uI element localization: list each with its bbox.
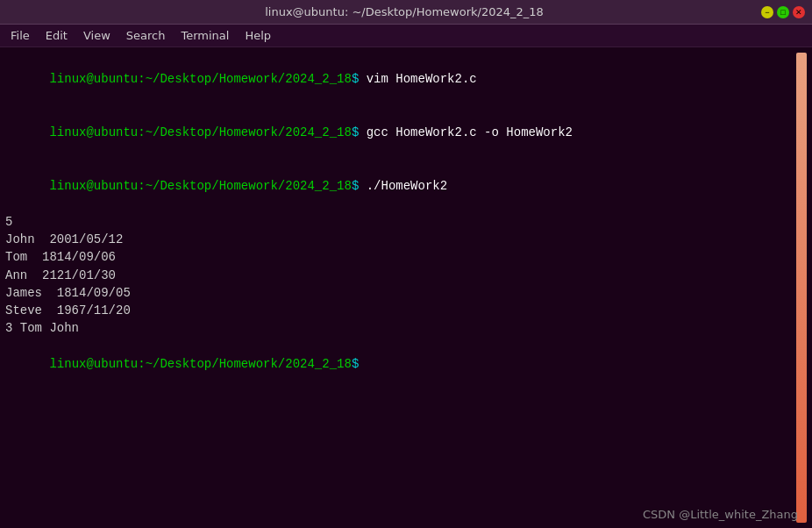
- terminal-line-3: linux@ubuntu:~/Desktop/Homework/2024_2_1…: [5, 160, 794, 213]
- output-john: John 2001/05/12: [5, 231, 794, 248]
- window-controls: − □ ✕: [761, 6, 805, 18]
- close-button[interactable]: ✕: [793, 6, 805, 18]
- maximize-button[interactable]: □: [777, 6, 789, 18]
- output-james: James 1814/09/05: [5, 284, 794, 302]
- menu-bar: File Edit View Search Terminal Help: [0, 25, 812, 47]
- prompt-2: linux@ubuntu:~/Desktop/Homework/2024_2_1…: [49, 125, 351, 139]
- prompt-1: linux@ubuntu:~/Desktop/Homework/2024_2_1…: [49, 72, 351, 86]
- prompt-final: linux@ubuntu:~/Desktop/Homework/2024_2_1…: [49, 357, 351, 371]
- output-tom: Tom 1814/09/06: [5, 248, 794, 266]
- cmd-2: gcc HomeWork2.c -o HomeWork2: [359, 125, 573, 139]
- menu-edit[interactable]: Edit: [39, 27, 75, 44]
- output-count: 5: [5, 213, 794, 231]
- cursor-final: [359, 357, 366, 371]
- terminal-content: linux@ubuntu:~/Desktop/Homework/2024_2_1…: [5, 53, 794, 523]
- cmd-1: vim HomeWork2.c: [359, 72, 476, 86]
- output-ann: Ann 2121/01/30: [5, 267, 794, 284]
- terminal-line-2: linux@ubuntu:~/Desktop/Homework/2024_2_1…: [5, 106, 794, 160]
- cmd-3: ./HomeWork2: [359, 179, 447, 193]
- window-title: linux@ubuntu: ~/Desktop/Homework/2024_2_…: [47, 5, 761, 18]
- scrollbar[interactable]: [796, 53, 807, 523]
- terminal-line-final: linux@ubuntu:~/Desktop/Homework/2024_2_1…: [5, 338, 794, 391]
- menu-search[interactable]: Search: [119, 27, 173, 44]
- minimize-button[interactable]: −: [761, 6, 773, 18]
- menu-help[interactable]: Help: [238, 27, 278, 44]
- watermark: CSDN @Little_white_Zhang: [643, 508, 798, 521]
- menu-file[interactable]: File: [4, 27, 37, 44]
- menu-view[interactable]: View: [76, 27, 118, 44]
- output-result: 3 Tom John: [5, 319, 794, 337]
- terminal-body[interactable]: linux@ubuntu:~/Desktop/Homework/2024_2_1…: [0, 47, 812, 528]
- title-bar: linux@ubuntu: ~/Desktop/Homework/2024_2_…: [0, 0, 812, 25]
- prompt-3: linux@ubuntu:~/Desktop/Homework/2024_2_1…: [49, 179, 351, 193]
- terminal-line-1: linux@ubuntu:~/Desktop/Homework/2024_2_1…: [5, 53, 794, 106]
- menu-terminal[interactable]: Terminal: [174, 27, 236, 44]
- output-steve: Steve 1967/11/20: [5, 302, 794, 319]
